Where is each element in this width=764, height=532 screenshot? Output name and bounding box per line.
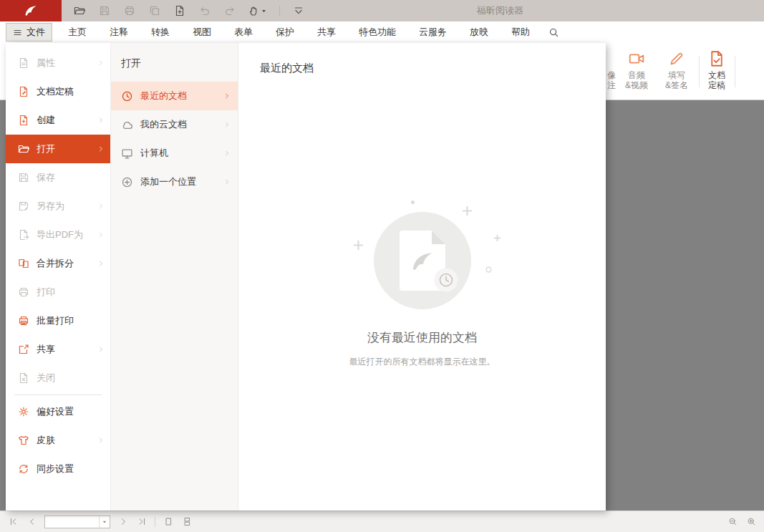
menu-search-button[interactable] xyxy=(544,27,563,38)
zoom-in-button[interactable] xyxy=(745,516,757,528)
tab-cloud-service[interactable]: 云服务 xyxy=(407,21,458,43)
ribbon-button-fill-sign[interactable]: 填写 &签名 xyxy=(657,50,696,95)
file-menu-item-save[interactable]: 保存 xyxy=(6,163,110,192)
file-menu-item-batch-print[interactable]: 批量打印 xyxy=(6,306,110,335)
plus-decoration xyxy=(494,235,501,241)
tab-help[interactable]: 帮助 xyxy=(500,21,541,43)
document-check-icon xyxy=(708,50,725,67)
single-page-view-button[interactable] xyxy=(163,516,174,528)
document-plus-icon xyxy=(18,115,29,126)
last-page-button[interactable] xyxy=(136,516,148,528)
dot-decoration xyxy=(411,200,415,204)
recent-panel-title: 最近的文档 xyxy=(260,62,314,75)
menu-item-label: 另存为 xyxy=(37,200,90,213)
properties-icon xyxy=(18,57,29,69)
file-menu-item-open[interactable]: 打开 xyxy=(6,135,110,163)
file-menu-item-print[interactable]: 打印 xyxy=(6,278,110,306)
ribbon-partial-line2: 注 xyxy=(607,80,616,90)
tab-comment[interactable]: 注释 xyxy=(98,21,140,43)
tab-convert[interactable]: 转换 xyxy=(140,21,181,43)
tab-slideshow[interactable]: 放映 xyxy=(458,21,500,43)
tshirt-icon xyxy=(18,435,29,446)
file-menu-panel: 属性 文档定稿 创建 打开 保存 另存为 导出PDF为 xyxy=(6,43,606,511)
tab-special-features[interactable]: 特色功能 xyxy=(347,21,407,43)
empty-state-title: 没有最近使用的文档 xyxy=(367,329,477,346)
save-button-quick[interactable] xyxy=(98,4,111,17)
close-document-icon xyxy=(18,372,29,384)
undo-button[interactable] xyxy=(198,4,211,17)
chevron-right-icon xyxy=(223,178,231,185)
redo-button[interactable] xyxy=(223,4,236,17)
tab-home[interactable]: 主页 xyxy=(57,21,98,43)
statusbar xyxy=(0,511,764,532)
file-menu-button[interactable]: 文件 xyxy=(6,23,52,42)
export-icon xyxy=(18,229,29,241)
file-menu-item-properties[interactable]: 属性 xyxy=(6,49,110,77)
file-menu-item-skin[interactable]: 皮肤 xyxy=(6,426,110,455)
menu-item-label: 批量打印 xyxy=(37,314,105,327)
ring-decoration xyxy=(485,266,492,273)
file-menu-label: 文件 xyxy=(26,26,45,39)
ribbon-button-audio-video[interactable]: 音频 &视频 xyxy=(616,50,657,95)
zoom-out-button[interactable] xyxy=(727,516,738,528)
file-menu-item-create[interactable]: 创建 xyxy=(6,106,110,135)
file-menu-item-share[interactable]: 共享 xyxy=(6,335,110,364)
ribbon-label: 文档 xyxy=(708,70,725,80)
ribbon-partial-line1: 像 xyxy=(607,70,616,80)
customize-toolbar-button[interactable] xyxy=(292,4,305,17)
hand-tool-button[interactable] xyxy=(248,5,267,16)
first-page-button[interactable] xyxy=(7,516,19,528)
empty-state-subtitle: 最近打开的所有文档都将显示在这里。 xyxy=(349,356,495,368)
print-button-quick[interactable] xyxy=(123,4,136,17)
chevron-right-icon xyxy=(97,260,105,267)
open-folder-icon xyxy=(74,5,85,16)
clock-badge-icon xyxy=(433,267,459,293)
file-menu-item-merge-split[interactable]: 合并拆分 xyxy=(6,249,110,278)
continuous-view-button[interactable] xyxy=(181,516,193,528)
ribbon-divider xyxy=(699,56,700,87)
file-menu-item-save-as[interactable]: 另存为 xyxy=(6,192,110,221)
empty-state: 没有最近使用的文档 最近打开的所有文档都将显示在这里。 xyxy=(238,200,606,368)
video-camera-icon xyxy=(628,50,645,67)
tab-share[interactable]: 共享 xyxy=(306,21,347,43)
file-menu-item-close[interactable]: 关闭 xyxy=(6,364,110,392)
menu-item-label: 偏好设置 xyxy=(37,405,105,418)
file-menu-item-sync-settings[interactable]: 同步设置 xyxy=(6,455,110,483)
menu-item-label: 打开 xyxy=(37,142,90,155)
open-item-cloud-documents[interactable]: 我的云文档 xyxy=(111,110,238,139)
plus-decoration xyxy=(354,241,363,250)
hand-tool-icon xyxy=(248,5,260,16)
ribbon-button-doc-finalize[interactable]: 文档 定稿 xyxy=(700,50,733,95)
plus-circle-icon xyxy=(121,176,133,188)
open-item-computer[interactable]: 计算机 xyxy=(111,139,238,168)
tab-form[interactable]: 表单 xyxy=(223,21,264,43)
monitor-icon xyxy=(121,147,133,160)
file-menu-item-export-pdf[interactable]: 导出PDF为 xyxy=(6,221,110,249)
tab-view[interactable]: 视图 xyxy=(181,21,223,43)
caret-down-icon xyxy=(102,519,107,525)
hamburger-icon xyxy=(13,28,22,37)
tab-protect[interactable]: 保护 xyxy=(264,21,306,43)
new-document-button[interactable] xyxy=(173,4,186,17)
file-menu-item-doc-finalize[interactable]: 文档定稿 xyxy=(6,77,110,106)
chevron-right-icon xyxy=(223,92,231,100)
ribbon-label: 填写 xyxy=(668,70,685,80)
open-item-add-location[interactable]: 添加一个位置 xyxy=(111,168,238,196)
open-item-label: 添加一个位置 xyxy=(140,175,216,188)
ribbon-divider xyxy=(735,56,735,87)
open-item-label: 最近的文档 xyxy=(140,90,216,102)
open-file-button[interactable] xyxy=(73,4,86,17)
file-menu-item-preferences[interactable]: 偏好设置 xyxy=(6,397,110,426)
batch-print-icon xyxy=(18,315,29,327)
page-number-input[interactable] xyxy=(45,516,99,528)
continuous-pages-icon xyxy=(183,517,192,526)
pen-icon xyxy=(668,50,685,67)
open-item-recent-documents[interactable]: 最近的文档 xyxy=(111,82,238,110)
zoom-out-icon xyxy=(728,517,738,526)
next-page-button[interactable] xyxy=(117,516,129,528)
page-number-dropdown[interactable] xyxy=(99,516,110,528)
previous-page-button[interactable] xyxy=(26,516,37,528)
copy-button[interactable] xyxy=(148,4,161,17)
app-logo[interactable] xyxy=(0,0,62,21)
toolbar-divider xyxy=(279,6,280,16)
